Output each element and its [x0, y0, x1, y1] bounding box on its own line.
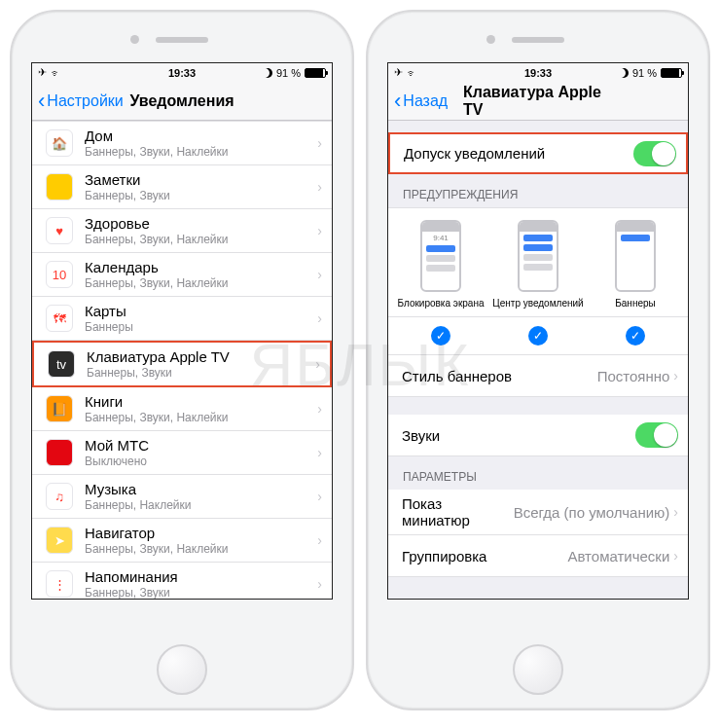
battery-pct: 91 %: [632, 67, 657, 79]
back-label: Назад: [403, 92, 448, 110]
chevron-right-icon: ›: [317, 310, 322, 326]
app-name: Дом: [85, 127, 317, 144]
check-center[interactable]: ✓: [528, 326, 548, 346]
status-bar: ✈ ᯤ 19:33 91 %: [388, 63, 688, 82]
params-header: ПАРАМЕТРЫ: [388, 456, 688, 490]
phone-left: ✈ ᯤ 19:33 91 % ‹ Настройки Уведомления 🏠…: [10, 10, 354, 710]
notification-settings-content[interactable]: Допуск уведомлений ПРЕДУПРЕЖДЕНИЯ 9:41 Б…: [388, 121, 688, 599]
chevron-right-icon: ›: [673, 548, 678, 564]
battery-icon: [661, 68, 682, 78]
app-name: Мой МТС: [85, 437, 317, 454]
banner-style-label: Стиль баннеров: [402, 368, 597, 384]
app-row-6[interactable]: 📙КнигиБаннеры, Звуки, Наклейки›: [32, 387, 332, 431]
app-name: Заметки: [85, 171, 317, 188]
app-row-8[interactable]: ♫МузыкаБаннеры, Наклейки›: [32, 475, 332, 519]
chevron-right-icon: ›: [315, 356, 320, 372]
app-name: Карты: [85, 303, 317, 319]
alert-center-label: Центр уведомлений: [492, 298, 583, 309]
chevron-right-icon: ›: [317, 223, 322, 238]
battery-pct: 91 %: [276, 67, 301, 79]
allow-notifications-row[interactable]: Допуск уведомлений: [388, 132, 688, 174]
back-button[interactable]: ‹ Настройки: [38, 91, 124, 112]
chevron-right-icon: ›: [317, 401, 322, 417]
app-icon: 🗺: [46, 305, 73, 332]
app-row-9[interactable]: ➤НавигаторБаннеры, Звуки, Наклейки›: [32, 519, 332, 563]
app-row-5[interactable]: tvКлавиатура Apple TVБаннеры, Звуки›: [32, 341, 332, 387]
chevron-right-icon: ›: [317, 532, 322, 548]
screen-left: ✈ ᯤ 19:33 91 % ‹ Настройки Уведомления 🏠…: [31, 62, 333, 600]
app-row-1[interactable]: ЗаметкиБаннеры, Звуки›: [32, 165, 332, 209]
camera-dot: [486, 35, 495, 44]
app-row-3[interactable]: 10КалендарьБаннеры, Звуки, Наклейки›: [32, 253, 332, 297]
app-row-0[interactable]: 🏠ДомБаннеры, Звуки, Наклейки›: [32, 121, 332, 165]
app-name: Календарь: [85, 259, 317, 275]
app-name: Клавиатура Apple TV: [87, 348, 315, 365]
app-sub: Баннеры, Звуки, Наклейки: [85, 542, 317, 556]
chevron-right-icon: ›: [673, 368, 678, 383]
app-sub: Баннеры, Звуки, Наклейки: [85, 411, 317, 424]
app-icon: [46, 173, 73, 200]
chevron-right-icon: ›: [317, 445, 322, 460]
wifi-icon: ᯤ: [51, 67, 61, 79]
app-sub: Баннеры, Звуки, Наклейки: [85, 145, 317, 159]
speaker-slot: [156, 37, 208, 43]
app-row-2[interactable]: ♥ЗдоровьеБаннеры, Звуки, Наклейки›: [32, 209, 332, 253]
show-previews-value: Всегда (по умолчанию): [514, 504, 670, 521]
sounds-label: Звуки: [402, 427, 635, 444]
alert-banners-label: Баннеры: [615, 298, 655, 309]
app-sub: Баннеры: [85, 320, 317, 334]
grouping-row[interactable]: Группировка Автоматически ›: [388, 535, 688, 577]
chevron-right-icon: ›: [317, 179, 322, 195]
app-icon: tv: [48, 350, 75, 378]
dnd-icon: [263, 68, 272, 78]
app-name: Книги: [85, 393, 317, 410]
app-sub: Выключено: [85, 455, 317, 468]
notifications-app-list[interactable]: 🏠ДомБаннеры, Звуки, Наклейки›ЗаметкиБанн…: [32, 121, 332, 599]
chevron-left-icon: ‹: [38, 91, 45, 112]
home-button[interactable]: [513, 644, 563, 695]
app-row-4[interactable]: 🗺КартыБаннеры›: [32, 297, 332, 341]
page-title: Клавиатура Apple TV: [463, 84, 613, 119]
check-banners[interactable]: ✓: [626, 326, 645, 346]
sounds-row[interactable]: Звуки: [388, 415, 688, 456]
chevron-right-icon: ›: [673, 504, 678, 520]
alert-lockscreen[interactable]: 9:41 Блокировка экрана: [393, 220, 489, 309]
alert-lockscreen-label: Блокировка экрана: [398, 298, 485, 309]
banner-style-value: Постоянно: [597, 368, 670, 384]
chevron-right-icon: ›: [317, 576, 322, 592]
app-sub: Баннеры, Звуки, Наклейки: [85, 276, 317, 290]
banner-style-row[interactable]: Стиль баннеров Постоянно ›: [388, 355, 688, 397]
app-name: Музыка: [85, 481, 317, 497]
check-lockscreen[interactable]: ✓: [431, 326, 450, 346]
app-row-7[interactable]: Мой МТСВыключено›: [32, 431, 332, 475]
show-previews-row[interactable]: Показ миниатюр Всегда (по умолчанию) ›: [388, 490, 688, 535]
app-icon: ⋮: [46, 570, 73, 598]
allow-notifications-toggle[interactable]: [633, 141, 676, 166]
alert-banners[interactable]: Баннеры: [588, 220, 684, 309]
alert-notification-center[interactable]: Центр уведомлений: [490, 220, 587, 309]
chevron-left-icon: ‹: [394, 91, 401, 112]
dnd-icon: [619, 68, 629, 78]
alert-style-row: 9:41 Блокировка экрана Центр уведомлений: [388, 207, 688, 317]
chevron-right-icon: ›: [317, 267, 322, 282]
phone-right: ✈ ᯤ 19:33 91 % ‹ Назад Клавиатура Apple …: [366, 10, 710, 710]
chevron-right-icon: ›: [317, 135, 322, 151]
alert-checks-row: ✓ ✓ ✓: [388, 317, 688, 355]
app-sub: Баннеры, Звуки: [85, 189, 317, 202]
wifi-icon: ᯤ: [407, 67, 417, 79]
camera-dot: [130, 35, 139, 44]
airplane-icon: ✈: [38, 66, 47, 79]
allow-notifications-label: Допуск уведомлений: [404, 145, 633, 162]
sounds-toggle[interactable]: [635, 422, 678, 448]
airplane-icon: ✈: [394, 66, 403, 79]
screen-right: ✈ ᯤ 19:33 91 % ‹ Назад Клавиатура Apple …: [387, 62, 689, 600]
alerts-header: ПРЕДУПРЕЖДЕНИЯ: [388, 174, 688, 207]
app-row-10[interactable]: ⋮НапоминанияБаннеры, Звуки›: [32, 563, 332, 599]
back-label: Настройки: [47, 92, 123, 110]
back-button[interactable]: ‹ Назад: [394, 91, 448, 112]
grouping-label: Группировка: [402, 548, 567, 564]
app-icon: ➤: [46, 527, 73, 554]
home-button[interactable]: [157, 644, 207, 695]
app-icon: 📙: [46, 395, 73, 422]
nav-bar: ‹ Назад Клавиатура Apple TV: [388, 82, 688, 121]
